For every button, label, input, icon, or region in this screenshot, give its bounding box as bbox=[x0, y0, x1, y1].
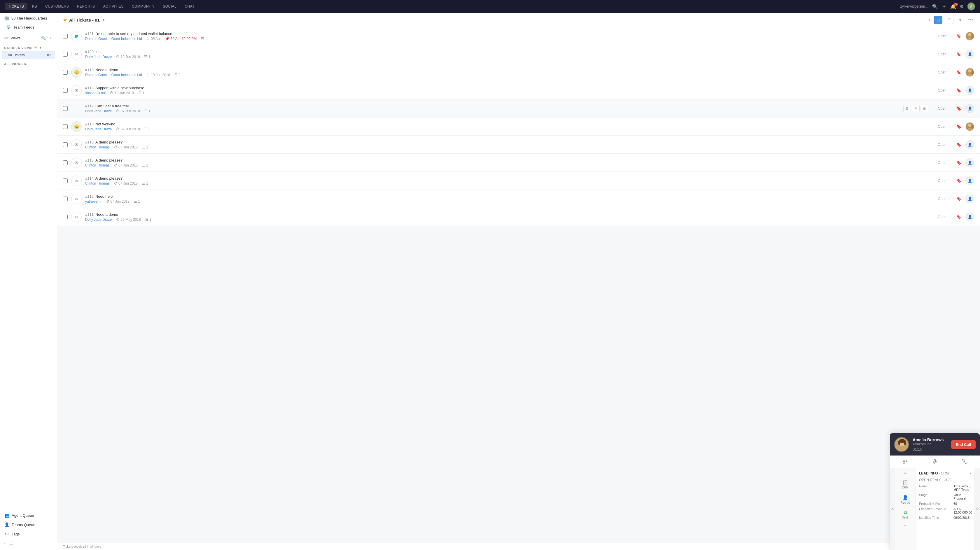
nav-item-chat[interactable]: CHAT bbox=[181, 3, 198, 10]
table-row[interactable]: #121 I'm not able to see my updated wall… bbox=[57, 27, 980, 45]
table-row[interactable]: ✉ #120 test Dolly Jade Draze · ⏱ 19 Jun … bbox=[57, 45, 980, 63]
view-options-btn[interactable]: ▾ bbox=[956, 16, 964, 24]
bookmark-icon[interactable]: 🔖 bbox=[956, 160, 962, 165]
bookmark-icon[interactable]: 🔖 bbox=[956, 142, 962, 148]
ticket-agent[interactable]: shashank mk bbox=[85, 91, 106, 95]
views-search-icon[interactable]: 🔍 bbox=[41, 36, 46, 40]
dialpad-btn[interactable] bbox=[890, 456, 920, 468]
nav-item-reports[interactable]: REPORTS bbox=[73, 3, 98, 10]
sidebar-all-tickets[interactable]: All Tickets 01 bbox=[2, 51, 55, 59]
table-row[interactable]: #117 Can I get a free trial Dolly Jade D… bbox=[57, 99, 980, 118]
sidebar-item-teams-queue[interactable]: 👤 Teams Queue bbox=[0, 520, 57, 529]
panel-scroll-down-btn[interactable] bbox=[974, 468, 980, 550]
delete-ticket-btn[interactable]: 🗑 bbox=[921, 105, 928, 112]
table-row[interactable]: ✉ #114 A demo please? Clinton Thomas · ⏱… bbox=[57, 172, 980, 190]
bookmark-icon[interactable]: 🔖 bbox=[956, 124, 962, 129]
nav-item-community[interactable]: COMMUNITY bbox=[128, 3, 158, 10]
ticket-agent[interactable]: Dolly Jade Draze bbox=[85, 109, 112, 113]
bookmark-icon[interactable]: 🔖 bbox=[956, 196, 962, 202]
starred-views-label[interactable]: STARRED VIEWS ★ ▼ bbox=[0, 43, 57, 51]
ticket-company[interactable]: Grant Industries Ltd bbox=[111, 73, 142, 77]
tabs-scroll-down-btn[interactable] bbox=[902, 523, 908, 528]
nav-item-tickets[interactable]: TICKETS bbox=[5, 3, 27, 10]
bookmark-icon[interactable]: 🔖 bbox=[956, 214, 962, 220]
panel-scroll-up-btn[interactable] bbox=[890, 468, 895, 550]
table-row[interactable]: ✉ #115 A demo please? Clinton Thomas · ⏱… bbox=[57, 154, 980, 172]
call-tab-desk[interactable]: 🖥 Desk bbox=[897, 508, 914, 521]
bookmark-icon[interactable]: 🔖 bbox=[956, 51, 962, 57]
ticket-time: ⏱ 29 May 2018 bbox=[116, 218, 141, 222]
dot1: · bbox=[111, 182, 112, 185]
bookmark-icon[interactable]: 🔖 bbox=[956, 69, 962, 75]
settings-gear-icon[interactable]: ⚙ bbox=[959, 4, 964, 10]
call-tab-recruit[interactable]: 👤 Recruit bbox=[897, 493, 914, 507]
list-view-btn[interactable]: ☰ bbox=[945, 16, 953, 24]
ticket-agent[interactable]: Clinton Thomas bbox=[85, 163, 110, 167]
ticket-checkbox[interactable] bbox=[63, 34, 68, 38]
ticket-company[interactable]: Grant Industries Ltd bbox=[111, 37, 142, 41]
call-tab-crm[interactable]: 📋 CRM bbox=[897, 477, 914, 491]
sidebar-headquarters[interactable]: 🏢 88 The Headquarters bbox=[0, 13, 57, 22]
ticket-agent[interactable]: Clinton Thomas bbox=[85, 145, 110, 149]
nav-item-activities[interactable]: ACTIVITIES bbox=[99, 3, 127, 10]
nav-item-customers[interactable]: CUSTOMERS bbox=[42, 3, 72, 10]
all-views-label[interactable]: ALL VIEWS ▶ bbox=[0, 59, 57, 67]
ticket-checkbox[interactable] bbox=[63, 52, 68, 57]
end-call-button[interactable]: End Call bbox=[951, 440, 975, 449]
ticket-checkbox[interactable] bbox=[63, 106, 68, 111]
bookmark-icon[interactable]: 🔖 bbox=[956, 106, 962, 111]
search-icon[interactable]: 🔍 bbox=[932, 4, 938, 10]
add-icon[interactable]: ＋ bbox=[942, 3, 947, 10]
more-options-icon[interactable]: ••• bbox=[967, 16, 974, 24]
ticket-actions: 🔖 bbox=[956, 69, 962, 75]
ticket-agent[interactable]: Dolores Grant bbox=[85, 73, 107, 77]
sidebar-item-team-feeds[interactable]: 📡 Team Feeds bbox=[2, 22, 55, 32]
ticket-agent[interactable]: yatheesh r bbox=[85, 199, 102, 203]
ticket-checkbox[interactable] bbox=[63, 215, 68, 219]
sidebar-item-tags[interactable]: 🏷 Tags bbox=[0, 529, 57, 539]
ticket-checkbox[interactable] bbox=[63, 142, 68, 147]
ticket-agent[interactable]: Clinton Thomas bbox=[85, 181, 110, 186]
ticket-checkbox[interactable] bbox=[63, 197, 68, 201]
ticket-agent[interactable]: Dolly Jade Draze bbox=[85, 218, 112, 222]
ticket-checkbox[interactable] bbox=[63, 178, 68, 183]
sidebar-views-header[interactable]: 👁 Views 🔍 ＋ bbox=[0, 32, 57, 43]
ticket-replies: ☰ 1 bbox=[144, 55, 150, 59]
ticket-agent[interactable]: Dolly Jade Draze bbox=[85, 55, 112, 59]
bookmark-icon[interactable]: 🔖 bbox=[956, 33, 962, 39]
table-row[interactable]: ✉ #118 Support with a new purchase shash… bbox=[57, 81, 980, 99]
table-row[interactable]: 😊 #119 Need a demo Dolores Grant · Grant… bbox=[57, 63, 980, 81]
ticket-checkbox[interactable] bbox=[63, 70, 68, 75]
panel-nav-right-icon[interactable]: › bbox=[969, 471, 971, 475]
ticket-checkbox[interactable] bbox=[63, 161, 68, 165]
title-dropdown-arrow-icon[interactable]: ▼ bbox=[102, 18, 105, 22]
ticket-checkbox[interactable] bbox=[63, 124, 68, 129]
edit-ticket-btn[interactable]: ✎ bbox=[912, 105, 920, 112]
ticket-agent[interactable]: Dolores Grant bbox=[85, 37, 107, 41]
view-title: All Tickets - 01 bbox=[69, 17, 100, 22]
ticket-agent[interactable]: Dolly Jade Draze bbox=[85, 127, 112, 131]
bookmark-icon[interactable]: 🔖 bbox=[956, 87, 962, 93]
nav-item-social[interactable]: SOCIAL bbox=[159, 3, 180, 10]
sidebar-collapse-btn[interactable]: ⟵☰ bbox=[0, 539, 57, 548]
tabs-scroll-up-btn[interactable] bbox=[902, 471, 908, 476]
expand-ticket-btn[interactable]: ⊞ bbox=[903, 105, 911, 112]
table-row[interactable]: ✉ #111 Need a demo Dolly Jade Draze · ⏱ … bbox=[57, 208, 980, 226]
user-avatar[interactable]: A bbox=[967, 2, 975, 11]
ticket-number: #113 bbox=[85, 122, 94, 126]
ticket-status: Open bbox=[932, 161, 952, 165]
grid-view-btn[interactable]: ⊞ bbox=[934, 16, 942, 24]
views-add-icon[interactable]: ＋ bbox=[48, 35, 53, 41]
bookmark-icon[interactable]: 🔖 bbox=[956, 178, 962, 184]
notification-bell-icon[interactable]: 🔔 3 bbox=[950, 4, 956, 10]
table-row[interactable]: ✉ #116 A demo please? Clinton Thomas · ⏱… bbox=[57, 136, 980, 154]
ticket-checkbox[interactable] bbox=[63, 88, 68, 93]
phone-btn[interactable] bbox=[950, 456, 980, 468]
nav-item-kb[interactable]: KB bbox=[29, 3, 41, 10]
mute-btn[interactable] bbox=[920, 456, 950, 468]
table-row[interactable]: ✉ #112 Need help yatheesh r · ⏱ 07 Jun 2… bbox=[57, 190, 980, 208]
notification-badge: 3 bbox=[954, 3, 958, 6]
table-row[interactable]: 😊 #113 Not working Dolly Jade Draze · ⏱ … bbox=[57, 118, 980, 136]
toolbar-title[interactable]: ★ All Tickets - 01 ▼ bbox=[63, 17, 105, 22]
sidebar-item-agent-queue[interactable]: 👥 Agent Queue bbox=[0, 510, 57, 520]
